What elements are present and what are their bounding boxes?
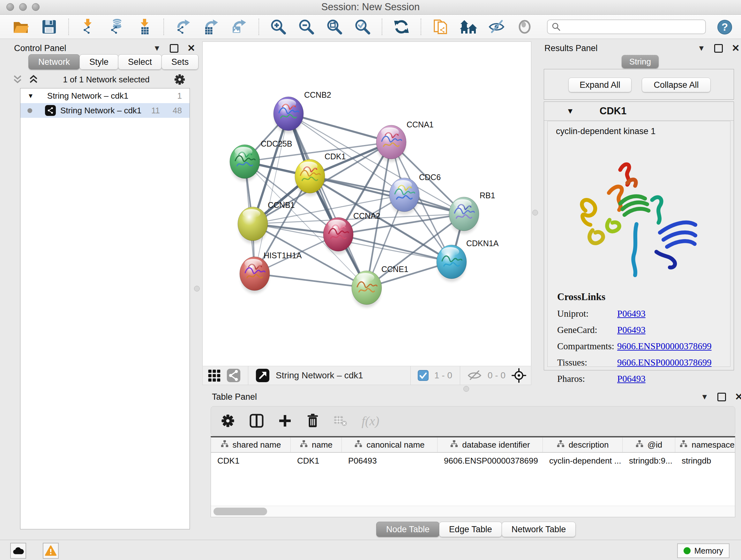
cell-name[interactable]: CDK1 — [291, 453, 342, 469]
float-panel-icon[interactable] — [714, 44, 723, 53]
crosslink-link[interactable]: P06493 — [617, 374, 646, 384]
node-CDC25B[interactable] — [230, 145, 260, 181]
tab-string[interactable]: String — [622, 55, 659, 68]
memory-button[interactable]: Memory — [677, 543, 730, 558]
zoom-fit-icon[interactable] — [326, 18, 343, 36]
string-home-icon[interactable] — [460, 18, 477, 36]
network-canvas[interactable]: CCNB2CCNA1CDC25BCDK1CDC6RB1CCNB1CCNA2HIS… — [203, 42, 531, 366]
crosslink-link[interactable]: P06493 — [617, 308, 646, 319]
expand-all-button[interactable]: Expand All — [568, 78, 631, 92]
column-header-namespace[interactable]: namespace — [675, 437, 735, 452]
column-header-id[interactable]: @id — [623, 437, 675, 452]
column-header-canonicalname[interactable]: canonical name — [342, 437, 437, 452]
selected-checkbox[interactable] — [418, 370, 428, 381]
edge-CCNB2-CCNA1[interactable] — [288, 114, 391, 142]
float-panel-icon[interactable] — [170, 44, 179, 53]
cell-sharedname[interactable]: CDK1 — [211, 453, 291, 469]
tab-network[interactable]: Network — [28, 54, 80, 70]
export-image-icon[interactable] — [230, 18, 248, 36]
table-row[interactable]: CDK1CDK1P064939606.ENSP00000378699cyclin… — [211, 453, 735, 469]
node-CCNA1[interactable] — [376, 125, 406, 162]
collapse-panel-icon[interactable]: ▼ — [697, 44, 705, 52]
open-in-new-icon[interactable] — [255, 368, 270, 383]
import-network-database-icon[interactable] — [107, 18, 125, 36]
node-HIST1H1A[interactable] — [240, 257, 270, 294]
cell-id[interactable]: stringdb:9... — [623, 453, 675, 469]
network-options-gear-icon[interactable] — [174, 73, 186, 85]
float-panel-icon[interactable] — [718, 393, 726, 401]
close-panel-icon[interactable]: ✕ — [732, 44, 740, 53]
node-CDK1[interactable] — [295, 159, 325, 196]
crosslink-link[interactable]: 9606.ENSP00000378699 — [617, 357, 712, 368]
open-session-icon[interactable] — [12, 18, 30, 36]
string-view-icon[interactable] — [226, 368, 241, 383]
collection-expander-icon[interactable]: ▼ — [27, 92, 34, 100]
node-CCNE1[interactable] — [352, 271, 382, 307]
zoom-selected-icon[interactable] — [354, 18, 372, 36]
tab-style[interactable]: Style — [79, 54, 118, 70]
birdseye-crosshair-icon[interactable] — [511, 368, 527, 383]
export-table-icon[interactable] — [202, 18, 220, 36]
show-all-icon[interactable] — [516, 18, 534, 36]
node-CCNB1[interactable] — [238, 207, 268, 244]
section-expander-icon[interactable]: ▼ — [566, 107, 574, 116]
node-CDKN1A[interactable] — [436, 245, 467, 282]
import-network-file-icon[interactable] — [79, 18, 97, 36]
edge-HIST1H1A-CCNE1[interactable] — [255, 273, 367, 288]
export-network-icon[interactable] — [174, 18, 192, 36]
close-panel-icon[interactable]: ✕ — [735, 392, 741, 401]
collapse-panel-icon[interactable]: ▼ — [153, 44, 161, 52]
section-title: CDK1 — [600, 105, 626, 117]
cell-namespace[interactable]: stringdb — [675, 453, 735, 469]
network-row-selected[interactable]: String Network – cdk1 11 48 — [20, 103, 190, 118]
right-splitter-handle[interactable] — [532, 210, 538, 215]
cell-databaseidentifier[interactable]: 9606.ENSP00000378699 — [437, 453, 543, 469]
table-settings-gear-icon[interactable] — [220, 414, 235, 428]
grid-view-icon[interactable] — [207, 368, 221, 382]
refresh-view-icon[interactable] — [393, 18, 410, 36]
crosslink-link[interactable]: 9606.ENSP00000378699 — [617, 341, 712, 352]
column-header-sharedname[interactable]: shared name — [211, 437, 291, 452]
collapse-all-button[interactable]: Collapse All — [642, 78, 711, 92]
edge-CCNB2-HIST1H1A[interactable] — [255, 114, 288, 273]
node-CDC6[interactable] — [389, 178, 419, 214]
expand-all-icon[interactable] — [28, 75, 39, 84]
add-column-icon[interactable] — [278, 414, 292, 428]
save-session-icon[interactable] — [40, 18, 58, 36]
tab-network-table[interactable]: Network Table — [502, 522, 576, 537]
collapse-all-icon[interactable] — [12, 75, 23, 84]
column-header-databaseidentifier[interactable]: database identifier — [437, 437, 543, 452]
delete-column-icon[interactable] — [306, 413, 320, 428]
warning-button[interactable] — [43, 543, 59, 559]
bottom-splitter-handle[interactable] — [463, 386, 469, 392]
edge-CCNB2-CCNE1[interactable] — [288, 114, 367, 288]
help-button[interactable]: ? — [718, 20, 732, 35]
crosslink-link[interactable]: P06493 — [617, 325, 646, 335]
network-collection-row[interactable]: ▼ String Network – cdk1 1 — [20, 88, 190, 103]
cdk1-section-header[interactable]: ▼ CDK1 — [544, 102, 734, 121]
node-CCNB2[interactable] — [273, 97, 304, 133]
show-columns-icon[interactable] — [249, 414, 264, 428]
tab-select[interactable]: Select — [118, 54, 162, 70]
import-table-file-icon[interactable] — [135, 18, 153, 36]
tab-sets[interactable]: Sets — [161, 54, 199, 70]
column-header-description[interactable]: description — [543, 437, 623, 452]
search-input[interactable] — [563, 22, 701, 32]
cell-description[interactable]: cyclin-dependent ... — [543, 453, 623, 469]
collapse-panel-icon[interactable]: ▼ — [701, 393, 709, 401]
cell-canonicalname[interactable]: P06493 — [342, 453, 437, 469]
close-panel-icon[interactable]: ✕ — [187, 44, 195, 53]
cloud-button[interactable] — [10, 543, 26, 559]
left-splitter-handle[interactable] — [194, 286, 200, 292]
column-type-icon — [354, 440, 362, 450]
node-CCNA2[interactable] — [323, 217, 353, 254]
hscrollbar-thumb[interactable] — [213, 508, 267, 515]
zoom-out-icon[interactable] — [297, 18, 315, 36]
zoom-in-icon[interactable] — [269, 18, 287, 36]
hide-selected-icon[interactable] — [488, 18, 506, 36]
tab-node-table[interactable]: Node Table — [376, 522, 440, 537]
node-RB1[interactable] — [449, 197, 479, 234]
share-document-icon[interactable] — [431, 18, 449, 36]
column-header-name[interactable]: name — [291, 437, 342, 452]
tab-edge-table[interactable]: Edge Table — [439, 522, 502, 537]
